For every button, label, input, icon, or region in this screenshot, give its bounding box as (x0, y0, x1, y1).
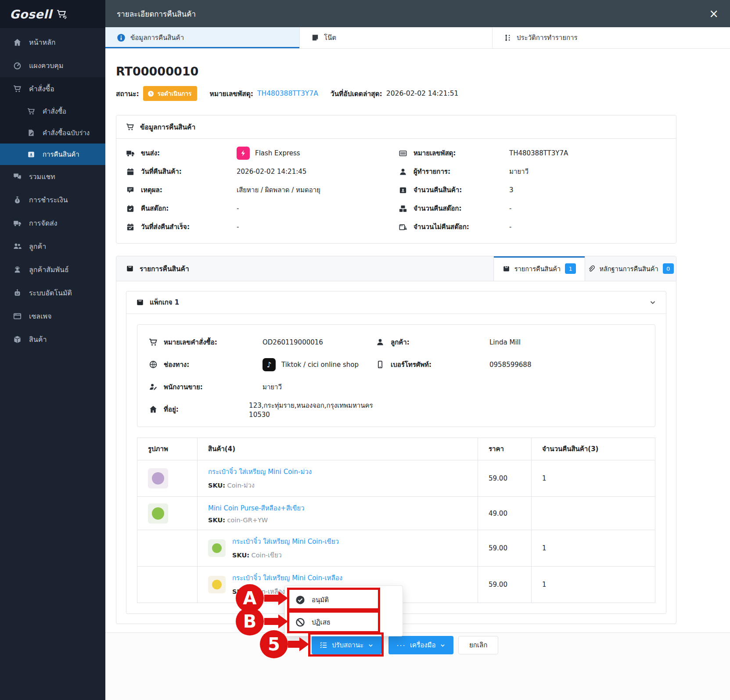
product-name-link[interactable]: กระเป๋าจิ๋ว ใส่เหรียญ Mini Coin-เขียว (232, 536, 339, 547)
tracking-number-link[interactable]: TH480388TT3Y7A (257, 90, 318, 97)
gosell-logo[interactable]: Gosell (0, 0, 105, 28)
cancel-button[interactable]: ยกเลิก (458, 636, 498, 654)
count-badge: 0 (663, 263, 674, 274)
no-restock-qty-value: - (509, 223, 511, 231)
annotation-box-update-status (308, 632, 384, 657)
restock-qty-field: จำนวนคืนสต๊อก: - (399, 199, 666, 218)
home-icon (13, 38, 22, 47)
salesperson-value: มายาวี (263, 382, 282, 392)
package-title: แพ็กเกจ 1 (150, 297, 179, 308)
salesperson-label: พนักงานขาย: (164, 382, 263, 392)
tracking-field: หมายเลขพัสดุ: TH480388TT3Y7A (399, 144, 666, 162)
return-date-field: วันที่คืนสินค้า: 2026-02-02 14:21:45 (126, 162, 399, 181)
price-cell: 49.00 (478, 497, 532, 530)
phone-link[interactable]: 0958599688 (489, 361, 531, 369)
address-value: 123,กระทุ่มราย,หนองจอก,กรุงเทพมหานคร 105… (249, 400, 376, 419)
return-info-card: ข้อมูลการคืนสินค้า ขนส่ง: Flash Express (116, 115, 676, 244)
annotation-arrow-5 (288, 641, 299, 648)
tab-return-evidence[interactable]: หลักฐานการคืนสินค้า 0 (585, 256, 676, 281)
qty-cell: 1 (532, 530, 655, 567)
person-icon (399, 168, 407, 176)
tracking-field-link[interactable]: TH480388TT3Y7A (509, 149, 568, 157)
tab-return-info[interactable]: ข้อมูลการคืนสินค้า (105, 27, 300, 48)
globe-icon (149, 360, 158, 369)
sidebar-item-crm[interactable]: ลูกค้าสัมพันธ์ (0, 258, 105, 281)
customer-label: ลูกค้า: (391, 337, 489, 348)
tools-label: เครื่องมือ (410, 640, 435, 650)
sidebar-item-label: รวมแชท (29, 171, 55, 182)
updated-label: วันที่อัปเดตล่าสุด: (331, 88, 382, 99)
no-restock-qty-label: จำนวนไม่คืนสต๊อก: (414, 222, 509, 232)
sidebar-item-chat[interactable]: รวมแชท (0, 165, 105, 188)
logo-cart-icon (56, 8, 67, 20)
phone-field: เบอร์โทรศัพท์: 0958599688 (376, 353, 644, 376)
page-title: RT00000010 (116, 65, 730, 78)
sidebar-item-label: ลูกค้า (29, 241, 46, 252)
tab-label: รายการคืนสินค้า (514, 264, 561, 274)
sidebar-item-home[interactable]: หน้าหลัก (0, 31, 105, 54)
sidebar-item-dashboard[interactable]: แผงควบคุม (0, 54, 105, 77)
cart-icon (126, 123, 134, 131)
package-icon (126, 265, 134, 273)
tracking-label: หมายเลขพัสดุ: (209, 88, 253, 99)
package-panel: แพ็กเกจ 1 หมายเลขคำสั่งซื้อ: OD260119000… (126, 291, 666, 614)
product-name-link[interactable]: Mini Coin Purse-สีหลือง+สีเขียว (208, 503, 467, 513)
sidebar-group-orders: คำสั่งซื้อ คำสั่งซื้อ คำสั่งซื้อฉบับร่าง… (0, 77, 105, 165)
tab-return-item-list[interactable]: รายการคืนสินค้า 1 (493, 256, 585, 281)
modal-tabs: ข้อมูลการคืนสินค้า โน๊ต ประวัติการทำรายก… (105, 27, 730, 49)
dashboard-icon (13, 61, 22, 70)
sidebar-item-orders[interactable]: คำสั่งซื้อ (0, 77, 105, 101)
truck-icon (126, 149, 135, 158)
annotation-box-reject (287, 610, 380, 633)
users-icon (13, 242, 22, 251)
product-name-link[interactable]: กระเป๋าจิ๋ว ใส่เหรียญ Mini Coin-เหลือง (232, 573, 342, 583)
return-info-card-header: ข้อมูลการคืนสินค้า (116, 115, 676, 139)
gosell-logo-text: Gosell (10, 7, 52, 21)
reason-label: เหตุผล: (141, 185, 237, 195)
sidebar-submenu-orders: คำสั่งซื้อ คำสั่งซื้อฉบับร่าง การคืนสินค… (0, 101, 105, 165)
channel-value: Tiktok / cici online shop (281, 361, 359, 369)
status-badge-label: รอดำเนินการ (158, 89, 192, 98)
sidebar-nav: หน้าหลัก แผงควบคุม คำสั่งซื้อ คำสั่งซื้อ (0, 28, 105, 351)
sidebar-item-automation[interactable]: ระบบอัตโนมัติ (0, 281, 105, 305)
info-circle-icon (117, 33, 126, 42)
return-qty-field: จำนวนคืนสินค้า: 3 (399, 181, 666, 199)
calendar-icon (126, 168, 135, 176)
sidebar-item-label: หน้าหลัก (29, 37, 56, 48)
tab-notes[interactable]: โน๊ต (300, 27, 493, 48)
sidebar-item-salepage[interactable]: เซลเพจ (0, 305, 105, 328)
sidebar-item-products[interactable]: สินค้า (0, 328, 105, 351)
tools-button[interactable]: ··· เครื่องมือ (388, 636, 453, 654)
sidebar-item-draft-orders[interactable]: คำสั่งซื้อฉบับร่าง (0, 122, 105, 144)
sidebar-item-label: ลูกค้าสัมพันธ์ (29, 264, 69, 275)
qty-cell: 1 (532, 460, 655, 497)
sidebar-item-orders-list[interactable]: คำสั่งซื้อ (0, 101, 105, 122)
address-label: ที่อยู่: (164, 404, 249, 415)
col-header-qty: จำนวนคืนสินค้า(3) (532, 438, 655, 460)
product-name-link[interactable]: กระเป๋าจิ๋ว ใส่เหรียญ Mini Coin-ม่วง (208, 467, 467, 477)
shipping-label: ขนส่ง: (141, 148, 237, 158)
order-no-field: หมายเลขคำสั่งซื้อ: OD260119000016 (149, 331, 376, 353)
return-items-card-header: รายการคืนสินค้า รายการคืนสินค้า 1 หลักฐา… (116, 256, 676, 281)
close-icon[interactable]: × (709, 8, 719, 19)
sidebar-item-customers[interactable]: ลูกค้า (0, 235, 105, 258)
sidebar-item-returns[interactable]: การคืนสินค้า (0, 144, 105, 165)
browser-window-icon (13, 312, 22, 320)
modal-title: รายละเอียดการคืนสินค้า (117, 8, 196, 20)
person-pen-icon (149, 383, 158, 391)
return-qty-label: จำนวนคืนสินค้า: (414, 185, 509, 195)
cart-icon (13, 85, 22, 93)
sidebar-item-shipping[interactable]: การจัดส่ง (0, 212, 105, 235)
return-items-title: รายการคืนสินค้า (140, 263, 189, 274)
customer-link[interactable]: Linda Mill (489, 338, 521, 346)
tab-history[interactable]: ประวัติการทำรายการ (493, 27, 730, 48)
package-header[interactable]: แพ็กเกจ 1 (126, 291, 666, 314)
sidebar-item-payments[interactable]: การชำระเงิน (0, 188, 105, 212)
order-no-link[interactable]: OD260119000016 (263, 338, 323, 346)
sidebar-item-label: คำสั่งซื้อ (43, 106, 66, 117)
phone-label: เบอร์โทรศัพท์: (391, 359, 489, 370)
chevron-down-icon[interactable] (649, 299, 656, 306)
chevron-down-icon (440, 643, 446, 648)
sku-value: Coin-เขียว (252, 552, 282, 559)
return-detail-modal: รายละเอียดการคืนสินค้า × ข้อมูลการคืนสิน… (105, 0, 730, 700)
